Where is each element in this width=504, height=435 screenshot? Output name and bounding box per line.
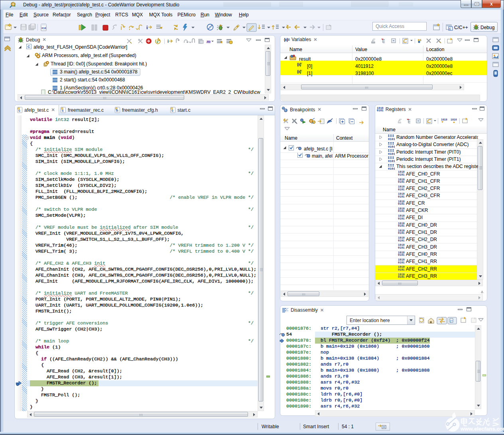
svg-text:{=: {= — [450, 319, 453, 322]
svg-text:i: i — [167, 39, 169, 44]
svg-text:C: C — [449, 28, 451, 30]
svg-text:m: m — [207, 38, 211, 44]
svg-text:i: i — [146, 24, 148, 30]
svg-text:h: h — [116, 109, 118, 113]
svg-text:c: c — [62, 109, 64, 113]
svg-text:c: c — [171, 109, 173, 113]
svg-text:010: 010 — [41, 27, 46, 30]
svg-text:c: c — [18, 109, 20, 113]
svg-text:1010: 1010 — [441, 119, 447, 121]
svg-text:1010: 1010 — [451, 119, 457, 121]
